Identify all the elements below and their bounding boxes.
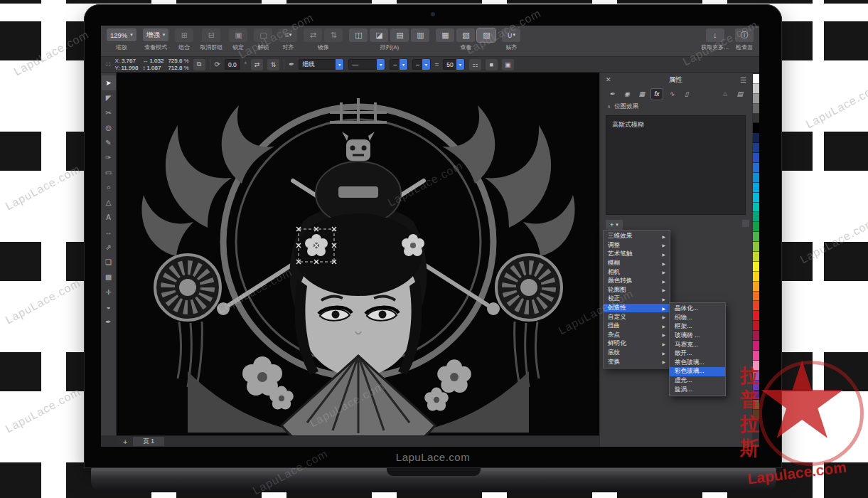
y-position-input[interactable]: 11.998 <box>122 65 139 72</box>
color-swatch[interactable] <box>753 74 759 84</box>
scale-y-input[interactable]: 712.8 <box>168 65 182 72</box>
flip-vertical-button[interactable]: ⇅ <box>267 59 279 70</box>
connector-tool[interactable]: ⇗ <box>102 240 116 255</box>
tab-effects[interactable]: fx <box>651 89 663 100</box>
color-swatch[interactable] <box>753 272 759 282</box>
tab-fill[interactable]: ◉ <box>621 89 633 100</box>
color-swatch[interactable] <box>753 163 759 173</box>
color-swatch[interactable] <box>753 331 759 341</box>
menu-item[interactable]: 颜色转换 ▶ <box>604 277 670 286</box>
color-swatch[interactable] <box>753 252 759 262</box>
effect-list-item[interactable]: 高斯式模糊 <box>606 116 745 134</box>
submenu-item[interactable]: 玻璃砖 ... <box>670 332 725 341</box>
line-style-select[interactable]: — ▾ <box>348 59 385 70</box>
submenu-item[interactable]: 虚光... <box>670 376 725 386</box>
outline-pen-tool[interactable]: ✒ <box>102 314 116 329</box>
fill-tool[interactable]: ◒ <box>102 300 116 314</box>
color-swatch[interactable] <box>753 391 759 401</box>
color-swatch[interactable] <box>753 193 759 203</box>
eyedropper-tool[interactable]: ✛ <box>102 285 116 300</box>
width-input[interactable]: 1.032 <box>149 58 164 65</box>
submenu-item[interactable]: 马赛克... <box>670 340 725 349</box>
menu-item[interactable]: 三维效果 ▶ <box>604 232 670 241</box>
flip-horizontal-button[interactable]: ⇄ <box>251 59 263 70</box>
close-icon[interactable]: ✕ <box>606 76 611 83</box>
color-swatch[interactable] <box>753 282 759 292</box>
pick-tool[interactable]: ➤ <box>102 75 116 90</box>
view-mode-select[interactable]: 增强 ▾ <box>143 28 169 41</box>
color-swatch[interactable] <box>753 410 759 420</box>
tab-pattern[interactable]: ▦ <box>636 89 648 100</box>
submenu-item[interactable]: 彩色玻璃... <box>670 367 725 376</box>
menu-item[interactable]: 轮廓图 ▶ <box>604 286 670 295</box>
menu-item[interactable]: 校正 ▶ <box>604 295 670 304</box>
canvas[interactable] <box>117 73 599 435</box>
menu-item[interactable]: 调整 ▶ <box>604 241 670 250</box>
color-swatch[interactable] <box>753 143 759 153</box>
submenu-item[interactable]: 散开... <box>670 349 725 359</box>
menu-item[interactable]: 鲜明化 ▶ <box>604 339 670 349</box>
color-swatch[interactable] <box>753 123 759 133</box>
color-swatch[interactable] <box>753 311 759 321</box>
menu-item[interactable]: 相机 ▶ <box>604 267 670 277</box>
properties-button[interactable]: ▣ <box>502 59 514 70</box>
color-swatch[interactable] <box>753 232 759 242</box>
ellipse-tool[interactable]: ○ <box>102 180 116 195</box>
color-swatch[interactable] <box>753 183 759 193</box>
menu-item[interactable]: 自定义 ▶ <box>604 312 670 322</box>
menu-item[interactable]: 底纹 ▶ <box>604 349 670 358</box>
menu-item[interactable]: 艺术笔触 ▶ <box>604 250 670 259</box>
submenu-item[interactable]: 织物... <box>670 314 725 323</box>
shape-tool[interactable]: ◤ <box>102 90 116 105</box>
start-arrow-select[interactable]: – ▾ <box>390 59 408 70</box>
color-swatch[interactable] <box>753 242 759 252</box>
tab-page[interactable]: ▤ <box>734 89 746 100</box>
color-swatch[interactable] <box>753 203 759 213</box>
tab-home[interactable]: ⌂ <box>719 89 731 100</box>
view-button-2[interactable]: ▧ <box>456 28 475 42</box>
color-swatch[interactable] <box>753 292 759 302</box>
zoom-tool[interactable]: ◎ <box>102 120 116 135</box>
ungroup-button[interactable]: ⊟ <box>202 28 220 42</box>
menu-item[interactable]: 创造性 ▶ <box>604 304 670 313</box>
menu-item[interactable]: 扭曲 ▶ <box>604 322 670 331</box>
submenu-item[interactable]: 框架... <box>670 322 725 332</box>
color-swatch[interactable] <box>753 104 759 114</box>
color-swatch[interactable] <box>753 173 759 183</box>
arrange-button-2[interactable]: ◪ <box>370 28 388 42</box>
arrange-button-3[interactable]: ▤ <box>390 28 409 42</box>
page-tab-1[interactable]: 页 1 <box>133 437 164 446</box>
panel-options-icon[interactable]: ☰ <box>740 76 746 84</box>
drop-shadow-tool[interactable]: ❏ <box>102 255 116 270</box>
arrange-button-1[interactable]: ◫ <box>349 28 368 42</box>
color-swatch[interactable] <box>753 321 759 331</box>
artistic-media-tool[interactable]: ✑ <box>102 150 116 165</box>
panel-scroll-handle[interactable] <box>742 220 749 227</box>
color-swatch[interactable] <box>753 361 759 371</box>
tab-outline[interactable]: ✒ <box>606 89 618 100</box>
submenu-item[interactable]: 茶色玻璃... <box>670 359 725 368</box>
transparency-tool[interactable]: ▩ <box>102 270 116 285</box>
color-swatch[interactable] <box>753 351 759 361</box>
mirror-vertical-button[interactable]: ⇅ <box>324 28 343 42</box>
x-position-input[interactable]: 3.767 <box>122 58 136 65</box>
zoom-select[interactable]: 129% ▾ <box>107 28 136 41</box>
snap-button[interactable]: ∪ ▾ <box>502 28 520 42</box>
unlock-button[interactable]: ▢ <box>254 28 272 42</box>
color-swatch[interactable] <box>753 371 759 381</box>
add-effect-button[interactable]: + ▾ <box>606 220 623 230</box>
align-button[interactable]: ≡ ▾ <box>279 28 297 42</box>
add-page-button[interactable]: + <box>123 438 127 446</box>
color-swatch[interactable] <box>753 381 759 391</box>
color-swatch[interactable] <box>753 341 759 351</box>
fill-swatch-button[interactable]: ■ <box>486 59 498 70</box>
color-swatch[interactable] <box>753 84 759 94</box>
scale-x-input[interactable]: 725.6 <box>168 58 182 65</box>
text-tool[interactable]: A <box>102 210 116 225</box>
tab-curve[interactable]: ∿ <box>666 89 677 100</box>
crop-tool[interactable]: ✂ <box>102 105 116 120</box>
color-swatch[interactable] <box>753 262 759 272</box>
color-swatch[interactable] <box>753 114 759 124</box>
lock-ratio-button[interactable]: ⧉ <box>193 59 205 70</box>
wrap-text-button[interactable]: ⚏ <box>469 59 481 70</box>
